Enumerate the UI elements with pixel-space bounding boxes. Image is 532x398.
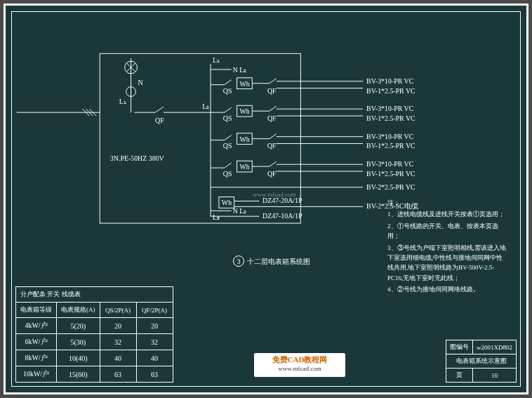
logo-brand: 免费CAD教程网 <box>272 355 328 364</box>
svg-text:Wh: Wh <box>222 199 232 206</box>
notes-title: 注： <box>387 198 507 208</box>
svg-text:BV-1*2.5-PR VC: BV-1*2.5-PR VC <box>366 170 415 178</box>
svg-line-48 <box>270 134 277 139</box>
th-1: 电表箱等级 <box>16 303 57 318</box>
note-4: 4、②号线为接地伺同网络线路。 <box>387 284 507 294</box>
watermark: www.mfcad.com <box>253 191 295 198</box>
branch-row-4: QS Wh QF BV-3*10-PR VC BV-1*2.5-PR VC <box>211 160 415 178</box>
svg-text:BV-1*2.5-PR VC: BV-1*2.5-PR VC <box>366 142 415 150</box>
svg-text:DZ47-20A/1P: DZ47-20A/1P <box>262 197 302 204</box>
caption-text: 十二层电表箱系统图 <box>247 258 310 265</box>
tb-v2: 10 <box>473 369 517 383</box>
branch-row-3: QS Wh QF BV-3*10-PR VC BV-1*2.5-PR VC <box>211 133 415 150</box>
svg-text:QS: QS <box>223 87 232 95</box>
label-L2: L₂ <box>202 102 209 110</box>
svg-text:BV-1*2.5-PR VC: BV-1*2.5-PR VC <box>366 87 415 95</box>
title-block: 图编号w2001XD802 电表箱系统示意图 页10 <box>446 340 517 383</box>
svg-text:BV-3*10-PR VC: BV-3*10-PR VC <box>366 160 414 168</box>
svg-line-60 <box>270 161 277 166</box>
label-qf-main: QF <box>155 117 164 124</box>
label-L1: L₁ <box>119 98 126 105</box>
svg-text:QS: QS <box>223 114 232 122</box>
svg-line-31 <box>225 107 232 112</box>
branch-row-5: BV-2*2.5-PR VC <box>211 183 415 191</box>
figure-caption: 3十二层电表箱系统图 <box>233 256 310 267</box>
svg-text:QF: QF <box>267 142 277 150</box>
svg-text:BV-3*10-PR VC: BV-3*10-PR VC <box>366 105 414 112</box>
svg-text:Wh: Wh <box>240 107 250 115</box>
svg-text:Wh: Wh <box>240 80 250 88</box>
drawing-canvas: L₁ N QF L₂ L₁ L₃ N L₂ N L₂ 3N.PE-50HZ 38… <box>15 15 517 383</box>
logo-url: www.mfcad.com <box>278 365 321 372</box>
site-logo: 免费CAD教程网 www.mfcad.com <box>254 353 345 377</box>
svg-text:BV-3*10-PR VC: BV-3*10-PR VC <box>366 77 414 85</box>
svg-line-24 <box>270 79 277 84</box>
svg-text:DZ47-10A/1P: DZ47-10A/1P <box>262 212 302 220</box>
label-L3: L₃ <box>213 213 220 221</box>
svg-text:BV-1*2.5-PR VC: BV-1*2.5-PR VC <box>366 114 415 122</box>
table-row: 8kW/户10(40)4040 <box>16 350 173 366</box>
table-row: 10kW/户15(60)6363 <box>16 366 173 383</box>
notes-block: 注： 1、进线电缆线及进线开关按表①页选用； 2、①号线路的开关、电表、按表本页… <box>387 198 507 296</box>
branch-row-2: QS Wh QF BV-3*10-PR VC BV-1*2.5-PR VC <box>211 105 415 122</box>
svg-text:Wh: Wh <box>240 135 250 143</box>
label-L1-top: L₁ <box>213 56 220 64</box>
th-4: QF/2P(A) <box>136 303 173 318</box>
drawing-frame: L₁ N QF L₂ L₁ L₃ N L₂ N L₂ 3N.PE-50HZ 38… <box>4 4 528 394</box>
system-spec: 3N.PE-50HZ 380V <box>110 154 165 162</box>
table-row: 6kW/户5(30)3232 <box>16 334 173 350</box>
table-row: 4kW/户5(20)2020 <box>16 318 173 334</box>
branch-row-7: DZ47-10A/1P <box>211 212 302 220</box>
table-title: 分户配条 开关 线缆表 <box>16 287 173 303</box>
th-2: 电表规格(A) <box>57 303 100 318</box>
svg-line-12 <box>155 107 164 112</box>
label-NL2: N L₂ <box>233 66 247 74</box>
svg-text:QS: QS <box>223 170 232 178</box>
tb-v1: w2001XD802 <box>473 340 517 354</box>
note-1: 1、进线电缆线及进线开关按表①页选用； <box>387 209 507 219</box>
caption-number: 3 <box>233 256 244 267</box>
tb-k2: 页 <box>446 369 473 383</box>
note-2: 2、①号线路的开关、电表、按表本页选用； <box>387 221 507 241</box>
svg-line-43 <box>225 135 232 140</box>
label-NL2-b: N L₂ <box>233 207 247 215</box>
svg-line-55 <box>225 163 232 168</box>
label-N: N <box>138 79 142 86</box>
svg-text:BV-3*10-PR VC: BV-3*10-PR VC <box>366 133 414 140</box>
svg-text:BV-2*2.5-PR VC: BV-2*2.5-PR VC <box>366 183 415 191</box>
svg-line-36 <box>270 106 277 111</box>
svg-text:QF: QF <box>267 87 277 95</box>
th-3: QS/2P(A) <box>100 303 136 318</box>
svg-line-19 <box>225 80 232 85</box>
branch-row-1: QS Wh QF BV-3*10-PR VC BV-1*2.5-PR VC <box>211 77 415 95</box>
svg-text:Wh: Wh <box>240 163 250 171</box>
svg-text:QS: QS <box>223 142 232 150</box>
note-3: 3、③号线为户端下室照明相线,需该进入地下室选用细电缆,中性线与接地伺同网中性线… <box>387 243 507 284</box>
tb-k1: 图编号 <box>446 340 473 354</box>
spec-table: 分户配条 开关 线缆表 电表箱等级 电表规格(A) QS/2P(A) QF/2P… <box>15 286 173 383</box>
svg-text:QF: QF <box>267 170 277 178</box>
tb-name: 电表箱系统示意图 <box>446 354 517 369</box>
svg-text:QF: QF <box>267 114 277 122</box>
